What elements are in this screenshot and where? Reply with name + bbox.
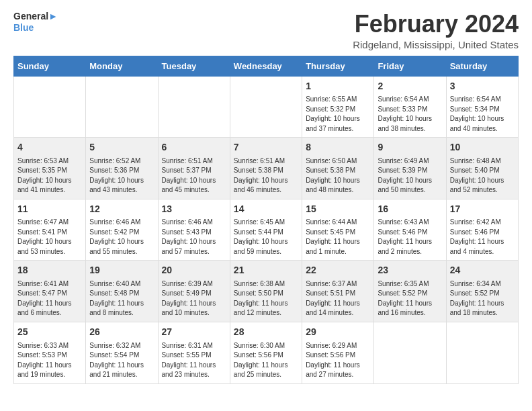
day-number: 9 xyxy=(378,141,442,154)
day-number: 16 xyxy=(378,203,442,216)
calendar-cell: 12Sunrise: 6:46 AMSunset: 5:42 PMDayligh… xyxy=(86,199,158,261)
day-info: Sunrise: 6:51 AMSunset: 5:37 PMDaylight:… xyxy=(162,156,226,195)
calendar-cell: 17Sunrise: 6:42 AMSunset: 5:46 PMDayligh… xyxy=(446,199,518,261)
day-number: 7 xyxy=(234,141,298,154)
day-info: Sunrise: 6:37 AMSunset: 5:51 PMDaylight:… xyxy=(306,279,370,318)
day-number: 2 xyxy=(378,80,442,93)
calendar-cell xyxy=(230,76,302,138)
calendar-cell: 25Sunrise: 6:33 AMSunset: 5:53 PMDayligh… xyxy=(14,322,86,383)
col-friday: Friday xyxy=(374,56,446,76)
day-info: Sunrise: 6:41 AMSunset: 5:47 PMDaylight:… xyxy=(17,279,82,318)
calendar-cell: 2Sunrise: 6:54 AMSunset: 5:33 PMDaylight… xyxy=(374,76,446,138)
week-row-1: 1Sunrise: 6:55 AMSunset: 5:32 PMDaylight… xyxy=(14,76,519,138)
day-info: Sunrise: 6:39 AMSunset: 5:49 PMDaylight:… xyxy=(162,279,226,318)
week-row-2: 4Sunrise: 6:53 AMSunset: 5:35 PMDaylight… xyxy=(14,138,519,199)
day-number: 24 xyxy=(450,264,515,277)
calendar-cell: 27Sunrise: 6:31 AMSunset: 5:55 PMDayligh… xyxy=(158,322,230,383)
page-header: General► Blue February 2024 Ridgeland, M… xyxy=(13,11,519,50)
col-wednesday: Wednesday xyxy=(230,56,302,76)
calendar-cell: 23Sunrise: 6:35 AMSunset: 5:52 PMDayligh… xyxy=(374,261,446,322)
week-row-4: 18Sunrise: 6:41 AMSunset: 5:47 PMDayligh… xyxy=(14,261,519,322)
day-number: 6 xyxy=(162,141,226,154)
day-info: Sunrise: 6:43 AMSunset: 5:46 PMDaylight:… xyxy=(378,218,442,257)
day-number: 27 xyxy=(162,326,226,339)
day-number: 14 xyxy=(234,203,298,216)
calendar-cell: 15Sunrise: 6:44 AMSunset: 5:45 PMDayligh… xyxy=(302,199,374,261)
day-number: 29 xyxy=(306,326,370,339)
logo: General► Blue xyxy=(13,11,58,34)
calendar-cell: 6Sunrise: 6:51 AMSunset: 5:37 PMDaylight… xyxy=(158,138,230,199)
day-info: Sunrise: 6:55 AMSunset: 5:32 PMDaylight:… xyxy=(306,95,370,134)
day-info: Sunrise: 6:49 AMSunset: 5:39 PMDaylight:… xyxy=(378,156,442,195)
day-info: Sunrise: 6:40 AMSunset: 5:48 PMDaylight:… xyxy=(89,279,154,318)
day-number: 17 xyxy=(450,203,515,216)
calendar-cell: 13Sunrise: 6:46 AMSunset: 5:43 PMDayligh… xyxy=(158,199,230,261)
day-number: 1 xyxy=(306,80,370,93)
calendar-cell: 21Sunrise: 6:38 AMSunset: 5:50 PMDayligh… xyxy=(230,261,302,322)
calendar-cell: 1Sunrise: 6:55 AMSunset: 5:32 PMDaylight… xyxy=(302,76,374,138)
calendar-cell: 9Sunrise: 6:49 AMSunset: 5:39 PMDaylight… xyxy=(374,138,446,199)
day-info: Sunrise: 6:45 AMSunset: 5:44 PMDaylight:… xyxy=(234,218,298,257)
calendar-cell: 26Sunrise: 6:32 AMSunset: 5:54 PMDayligh… xyxy=(86,322,158,383)
week-row-5: 25Sunrise: 6:33 AMSunset: 5:53 PMDayligh… xyxy=(14,322,519,383)
calendar-cell xyxy=(446,322,518,383)
page-subtitle: Ridgeland, Mississippi, United States xyxy=(353,39,519,50)
calendar-cell xyxy=(374,322,446,383)
calendar-cell: 28Sunrise: 6:30 AMSunset: 5:56 PMDayligh… xyxy=(230,322,302,383)
day-number: 25 xyxy=(17,326,82,339)
day-number: 20 xyxy=(162,264,226,277)
day-number: 18 xyxy=(17,264,82,277)
day-number: 19 xyxy=(89,264,154,277)
day-number: 13 xyxy=(162,203,226,216)
col-monday: Monday xyxy=(86,56,158,76)
calendar-cell: 18Sunrise: 6:41 AMSunset: 5:47 PMDayligh… xyxy=(14,261,86,322)
day-info: Sunrise: 6:44 AMSunset: 5:45 PMDaylight:… xyxy=(306,218,370,257)
day-info: Sunrise: 6:52 AMSunset: 5:36 PMDaylight:… xyxy=(89,156,154,195)
day-number: 28 xyxy=(234,326,298,339)
day-number: 11 xyxy=(17,203,82,216)
day-number: 22 xyxy=(306,264,370,277)
day-info: Sunrise: 6:47 AMSunset: 5:41 PMDaylight:… xyxy=(17,218,82,257)
day-number: 23 xyxy=(378,264,442,277)
calendar-cell xyxy=(86,76,158,138)
day-info: Sunrise: 6:38 AMSunset: 5:50 PMDaylight:… xyxy=(234,279,298,318)
day-info: Sunrise: 6:48 AMSunset: 5:40 PMDaylight:… xyxy=(450,156,515,195)
calendar-cell: 10Sunrise: 6:48 AMSunset: 5:40 PMDayligh… xyxy=(446,138,518,199)
day-info: Sunrise: 6:42 AMSunset: 5:46 PMDaylight:… xyxy=(450,218,515,257)
week-row-3: 11Sunrise: 6:47 AMSunset: 5:41 PMDayligh… xyxy=(14,199,519,261)
day-number: 12 xyxy=(89,203,154,216)
calendar-cell: 8Sunrise: 6:50 AMSunset: 5:38 PMDaylight… xyxy=(302,138,374,199)
calendar-cell xyxy=(14,76,86,138)
day-number: 10 xyxy=(450,141,515,154)
day-info: Sunrise: 6:33 AMSunset: 5:53 PMDaylight:… xyxy=(17,341,82,380)
day-number: 4 xyxy=(17,141,82,154)
calendar-cell: 3Sunrise: 6:54 AMSunset: 5:34 PMDaylight… xyxy=(446,76,518,138)
calendar-cell: 20Sunrise: 6:39 AMSunset: 5:49 PMDayligh… xyxy=(158,261,230,322)
day-info: Sunrise: 6:53 AMSunset: 5:35 PMDaylight:… xyxy=(17,156,82,195)
day-info: Sunrise: 6:34 AMSunset: 5:52 PMDaylight:… xyxy=(450,279,515,318)
calendar-header-row: Sunday Monday Tuesday Wednesday Thursday… xyxy=(14,56,519,76)
day-info: Sunrise: 6:51 AMSunset: 5:38 PMDaylight:… xyxy=(234,156,298,195)
day-info: Sunrise: 6:35 AMSunset: 5:52 PMDaylight:… xyxy=(378,279,442,318)
calendar-cell: 29Sunrise: 6:29 AMSunset: 5:56 PMDayligh… xyxy=(302,322,374,383)
col-thursday: Thursday xyxy=(302,56,374,76)
calendar-cell: 14Sunrise: 6:45 AMSunset: 5:44 PMDayligh… xyxy=(230,199,302,261)
title-section: February 2024 Ridgeland, Mississippi, Un… xyxy=(353,11,519,50)
calendar-cell: 4Sunrise: 6:53 AMSunset: 5:35 PMDaylight… xyxy=(14,138,86,199)
day-info: Sunrise: 6:54 AMSunset: 5:33 PMDaylight:… xyxy=(378,95,442,134)
day-number: 26 xyxy=(89,326,154,339)
calendar-cell: 11Sunrise: 6:47 AMSunset: 5:41 PMDayligh… xyxy=(14,199,86,261)
day-number: 5 xyxy=(89,141,154,154)
day-info: Sunrise: 6:32 AMSunset: 5:54 PMDaylight:… xyxy=(89,341,154,380)
day-info: Sunrise: 6:50 AMSunset: 5:38 PMDaylight:… xyxy=(306,156,370,195)
day-number: 21 xyxy=(234,264,298,277)
day-number: 8 xyxy=(306,141,370,154)
day-info: Sunrise: 6:46 AMSunset: 5:42 PMDaylight:… xyxy=(89,218,154,257)
calendar-table: Sunday Monday Tuesday Wednesday Thursday… xyxy=(13,56,519,384)
page-title: February 2024 xyxy=(353,11,519,38)
col-sunday: Sunday xyxy=(14,56,86,76)
calendar-cell: 22Sunrise: 6:37 AMSunset: 5:51 PMDayligh… xyxy=(302,261,374,322)
day-number: 15 xyxy=(306,203,370,216)
calendar-cell: 16Sunrise: 6:43 AMSunset: 5:46 PMDayligh… xyxy=(374,199,446,261)
calendar-cell: 5Sunrise: 6:52 AMSunset: 5:36 PMDaylight… xyxy=(86,138,158,199)
